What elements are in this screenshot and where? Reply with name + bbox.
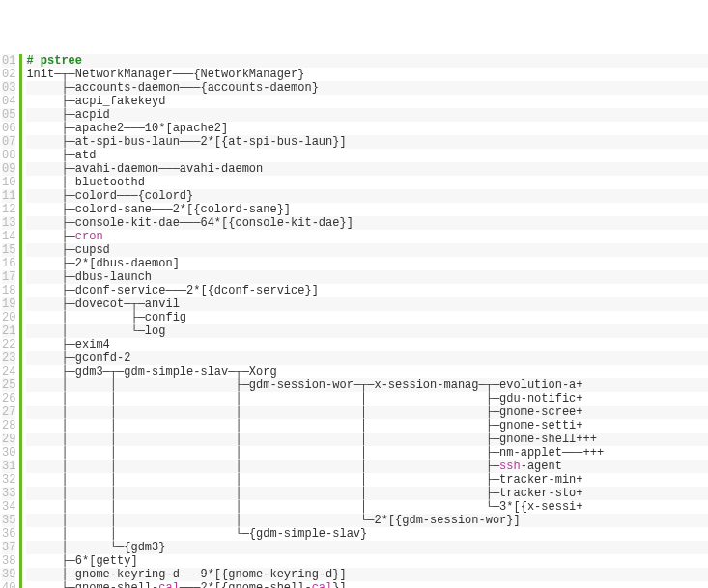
code-line: │ │ │ │ ├─gnome-setti+ [26, 419, 708, 433]
line-number: 28 [2, 419, 15, 433]
code-line: │ │ │ │ ├─gnome-scree+ [26, 406, 708, 419]
code-line: ├─accounts-daemon───{accounts-daemon} [26, 81, 708, 95]
code-line: │ │ │ │ ├─tracker-sto+ [26, 487, 708, 500]
code-line: ├─gconfd-2 [26, 351, 708, 365]
line-number: 30 [2, 446, 15, 460]
line-number: 40 [2, 581, 15, 588]
line-number: 29 [2, 433, 15, 446]
code-line: ├─apache2───10*[apache2] [26, 122, 708, 135]
line-number: 19 [2, 297, 15, 311]
code-line: ├─gnome-shell-cal───2*[{gnome-shell-cal}… [26, 581, 708, 588]
line-number: 12 [2, 203, 15, 216]
code-line: ├─cron [26, 230, 708, 243]
code-line: ├─acpi_fakekeyd [26, 95, 708, 108]
code-line: # pstree [26, 54, 708, 68]
code-line: │ └─log [26, 324, 708, 338]
code-line: ├─6*[getty] [26, 554, 708, 568]
line-number: 18 [2, 284, 15, 297]
code-content: # pstreeinit─┬─NetworkManager───{Network… [22, 54, 708, 588]
code-line: ├─bluetoothd [26, 176, 708, 189]
line-number: 36 [2, 527, 15, 541]
code-line: │ │ ├─gdm-session-wor─┬─x-session-manag─… [26, 378, 708, 392]
line-number: 31 [2, 460, 15, 473]
line-number: 14 [2, 230, 15, 243]
code-line: ├─exim4 [26, 338, 708, 351]
code-line: ├─gnome-keyring-d───9*[{gnome-keyring-d}… [26, 568, 708, 581]
code-line: │ │ └─{gdm-simple-slav} [26, 527, 708, 541]
code-line: ├─acpid [26, 108, 708, 122]
line-number: 08 [2, 149, 15, 162]
code-line: │ │ │ │ ├─gnome-shell+++ [26, 433, 708, 446]
code-line: │ │ │ │ ├─tracker-min+ [26, 473, 708, 487]
line-number: 26 [2, 392, 15, 406]
code-line: ├─cupsd [26, 243, 708, 257]
line-number: 22 [2, 338, 15, 351]
line-number: 21 [2, 324, 15, 338]
line-number: 17 [2, 270, 15, 284]
line-number: 34 [2, 500, 15, 514]
line-number: 01 [2, 54, 15, 68]
line-number: 07 [2, 135, 15, 149]
line-number: 37 [2, 541, 15, 554]
line-number: 09 [2, 162, 15, 176]
code-line: ├─dconf-service───2*[{dconf-service}] [26, 284, 708, 297]
line-number: 27 [2, 406, 15, 419]
code-line: init─┬─NetworkManager───{NetworkManager} [26, 68, 708, 81]
line-number: 23 [2, 351, 15, 365]
line-number: 15 [2, 243, 15, 257]
line-number: 38 [2, 554, 15, 568]
code-line: ├─at-spi-bus-laun───2*[{at-spi-bus-laun}… [26, 135, 708, 149]
code-line: ├─colord-sane───2*[{colord-sane}] [26, 203, 708, 216]
line-number-gutter: 0102030405060708091011121314151617181920… [0, 54, 22, 588]
code-line: │ └─{gdm3} [26, 541, 708, 554]
line-number: 10 [2, 176, 15, 189]
line-number: 25 [2, 378, 15, 392]
line-number: 35 [2, 514, 15, 527]
line-number: 13 [2, 216, 15, 230]
code-line: ├─gdm3─┬─gdm-simple-slav─┬─Xorg [26, 365, 708, 378]
code-line: ├─avahi-daemon───avahi-daemon [26, 162, 708, 176]
line-number: 05 [2, 108, 15, 122]
line-number: 32 [2, 473, 15, 487]
line-number: 16 [2, 257, 15, 270]
code-line: ├─dbus-launch [26, 270, 708, 284]
code-line: ├─atd [26, 149, 708, 162]
code-line: │ │ │ │ ├─gdu-notific+ [26, 392, 708, 406]
line-number: 04 [2, 95, 15, 108]
code-block: 0102030405060708091011121314151617181920… [0, 54, 708, 588]
code-line: ├─console-kit-dae───64*[{console-kit-dae… [26, 216, 708, 230]
code-line: │ │ │ └─2*[{gdm-session-wor}] [26, 514, 708, 527]
code-line: │ ├─config [26, 311, 708, 324]
line-number: 02 [2, 68, 15, 81]
code-line: │ │ │ │ ├─ssh-agent [26, 460, 708, 473]
code-line: │ │ │ │ └─3*[{x-sessi+ [26, 500, 708, 514]
line-number: 24 [2, 365, 15, 378]
line-number: 03 [2, 81, 15, 95]
code-line: ├─2*[dbus-daemon] [26, 257, 708, 270]
line-number: 11 [2, 189, 15, 203]
code-line: ├─colord───{colord} [26, 189, 708, 203]
code-line: │ │ │ │ ├─nm-applet───+++ [26, 446, 708, 460]
line-number: 20 [2, 311, 15, 324]
code-line: ├─dovecot─┬─anvil [26, 297, 708, 311]
line-number: 33 [2, 487, 15, 500]
line-number: 06 [2, 122, 15, 135]
line-number: 39 [2, 568, 15, 581]
